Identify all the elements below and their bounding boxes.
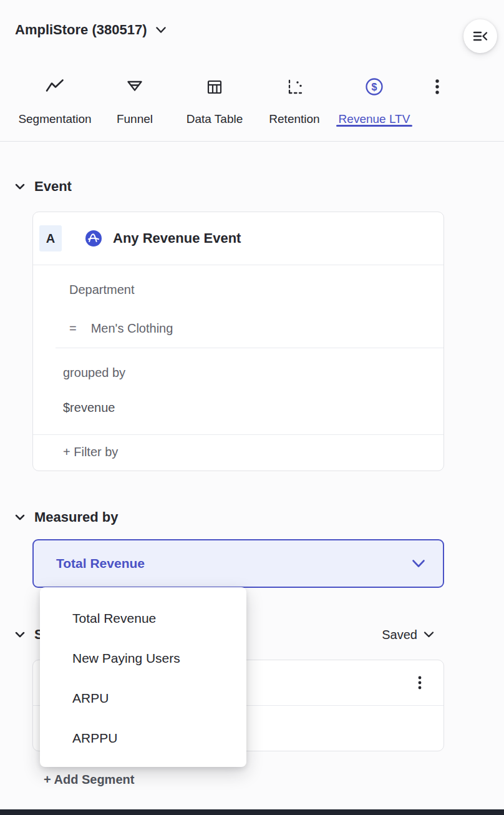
kebab-menu-icon: [428, 76, 447, 97]
tab-label: Funnel: [117, 112, 153, 126]
grouped-by-label: grouped by: [33, 348, 443, 387]
measured-by-dropdown-menu: Total Revenue New Paying Users ARPU ARPP…: [40, 587, 246, 767]
event-letter-badge: A: [39, 225, 62, 251]
tab-label: Data Table: [187, 112, 243, 126]
revenue-ltv-panel: AmpliStore (380517) Segmentation: [0, 0, 504, 815]
tabs-more-button[interactable]: [414, 76, 460, 97]
chevron-down-icon: [424, 631, 434, 638]
section-title: Measured by: [34, 509, 119, 526]
add-segment-button[interactable]: + Add Segment: [44, 773, 444, 787]
event-card: A Any Revenue Event Department = Men's C…: [32, 212, 444, 471]
dropdown-option-total-revenue[interactable]: Total Revenue: [40, 598, 246, 638]
tab-data-table[interactable]: Data Table: [175, 60, 254, 126]
amplitude-logo-icon: [85, 230, 102, 247]
event-name[interactable]: Any Revenue Event: [113, 230, 241, 246]
event-card-body: Department = Men's Clothing grouped by $…: [33, 265, 443, 434]
section-title: Event: [34, 178, 72, 195]
grouped-by-value[interactable]: $revenue: [33, 387, 443, 434]
saved-label: Saved: [382, 628, 417, 642]
event-section: Event A Any Revenue Event Department = M…: [15, 178, 444, 471]
project-title: AmpliStore (380517): [15, 22, 147, 38]
measured-by-section: Measured by Total Revenue: [15, 509, 444, 588]
tab-label: Segmentation: [18, 112, 91, 126]
dollar-circle-icon: $: [364, 76, 384, 97]
tab-retention[interactable]: Retention: [254, 60, 334, 126]
tab-revenue-ltv[interactable]: $ Revenue LTV: [334, 60, 414, 126]
dropdown-option-arpu[interactable]: ARPU: [40, 678, 246, 718]
segment-section-toggle[interactable]: S: [15, 626, 44, 643]
property-value[interactable]: Men's Clothing: [91, 321, 173, 335]
event-section-header[interactable]: Event: [15, 178, 444, 195]
topbar: AmpliStore (380517): [0, 0, 504, 60]
measured-by-section-header[interactable]: Measured by: [15, 509, 444, 526]
property-name[interactable]: Department: [33, 265, 443, 305]
chart-type-tabbar: Segmentation Funnel Data Table: [0, 60, 504, 142]
project-picker[interactable]: AmpliStore (380517): [15, 22, 167, 38]
chevron-down-icon: [412, 559, 425, 569]
bottom-bar: [0, 809, 504, 815]
filter-by-button[interactable]: + Filter by: [33, 434, 443, 471]
dropdown-option-arppu[interactable]: ARPPU: [40, 718, 246, 758]
operator[interactable]: =: [69, 321, 77, 335]
svg-text:$: $: [372, 82, 377, 92]
chevron-down-icon: [155, 26, 167, 34]
event-card-header: A Any Revenue Event: [33, 212, 443, 265]
table-grid-icon: [205, 76, 224, 97]
retention-axes-icon: [285, 76, 304, 97]
collapse-panel-icon: [471, 27, 490, 46]
collapse-panel-button[interactable]: [463, 19, 497, 53]
chevron-down-icon: [15, 632, 25, 638]
tab-label: Retention: [269, 112, 319, 126]
measured-by-select[interactable]: Total Revenue: [32, 539, 444, 588]
trend-line-icon: [45, 76, 65, 97]
tab-segmentation[interactable]: Segmentation: [15, 60, 95, 126]
saved-dropdown[interactable]: Saved: [382, 628, 434, 642]
chevron-down-icon: [15, 514, 25, 521]
chevron-down-icon: [15, 183, 25, 190]
tab-funnel[interactable]: Funnel: [95, 60, 175, 126]
selected-metric: Total Revenue: [56, 556, 412, 571]
tab-label: Revenue LTV: [339, 112, 410, 126]
dropdown-option-new-paying-users[interactable]: New Paying Users: [40, 638, 246, 678]
property-condition[interactable]: = Men's Clothing: [33, 305, 443, 348]
funnel-icon: [125, 76, 144, 97]
segment-menu-button[interactable]: [407, 670, 432, 695]
kebab-menu-icon: [413, 675, 427, 691]
